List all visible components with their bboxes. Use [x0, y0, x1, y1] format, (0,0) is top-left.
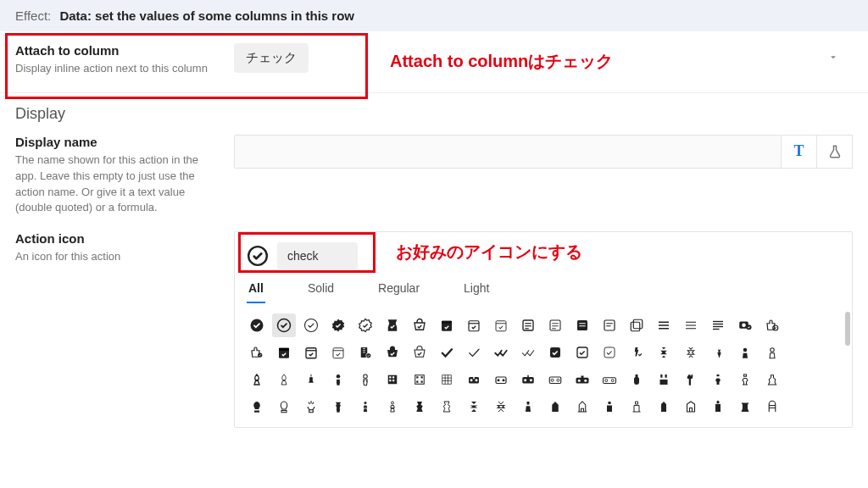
- icon-option[interactable]: [625, 313, 648, 337]
- icon-option[interactable]: [570, 368, 594, 391]
- icon-option[interactable]: [543, 313, 567, 337]
- icon-option[interactable]: [381, 341, 404, 364]
- tab-light[interactable]: Light: [462, 278, 491, 303]
- icon-option[interactable]: [435, 368, 459, 391]
- icon-option[interactable]: [516, 313, 540, 337]
- icon-option[interactable]: [733, 395, 757, 419]
- icon-option[interactable]: [353, 395, 377, 419]
- icon-option[interactable]: [408, 313, 431, 337]
- icon-option[interactable]: [760, 368, 784, 391]
- icon-grid-scrollbar[interactable]: [845, 312, 850, 346]
- icon-search-input[interactable]: [277, 242, 358, 269]
- icon-option[interactable]: [543, 368, 567, 391]
- icon-option[interactable]: [408, 341, 431, 364]
- icon-option[interactable]: [462, 341, 486, 364]
- icon-option[interactable]: [245, 395, 269, 419]
- svg-rect-66: [442, 375, 452, 385]
- icon-option[interactable]: [435, 313, 459, 337]
- icon-option[interactable]: [706, 313, 730, 337]
- svg-point-84: [557, 379, 559, 381]
- icon-option[interactable]: [245, 341, 269, 364]
- icon-option[interactable]: [353, 313, 377, 337]
- icon-option[interactable]: [408, 395, 431, 419]
- action-icon-label-col: Action icon An icon for this action: [15, 231, 219, 265]
- icon-option[interactable]: [326, 368, 350, 391]
- icon-option[interactable]: [570, 395, 594, 419]
- icon-option[interactable]: [245, 368, 269, 391]
- icon-option[interactable]: [679, 313, 703, 337]
- svg-rect-64: [416, 381, 418, 383]
- icon-option[interactable]: [381, 395, 404, 419]
- icon-option[interactable]: [299, 395, 323, 419]
- icon-option[interactable]: [516, 368, 540, 391]
- icon-option[interactable]: [598, 313, 621, 337]
- icon-option[interactable]: [652, 368, 676, 391]
- icon-option[interactable]: [489, 313, 513, 337]
- icon-option[interactable]: [652, 341, 676, 364]
- icon-option[interactable]: [489, 368, 513, 391]
- icon-option[interactable]: [543, 395, 567, 419]
- icon-option[interactable]: [679, 341, 703, 364]
- icon-option[interactable]: [625, 368, 648, 391]
- tab-all[interactable]: All: [247, 278, 265, 303]
- icon-option[interactable]: [381, 313, 404, 337]
- icon-option[interactable]: [462, 313, 486, 337]
- icon-option[interactable]: [760, 313, 784, 337]
- icon-option[interactable]: [598, 395, 621, 419]
- formula-mode-button[interactable]: [817, 135, 853, 169]
- svg-rect-42: [279, 348, 289, 351]
- icon-option[interactable]: [516, 395, 540, 419]
- icon-option[interactable]: [679, 368, 703, 391]
- icon-option[interactable]: [353, 368, 377, 391]
- icon-option-selected[interactable]: [272, 313, 296, 337]
- icon-option[interactable]: [679, 395, 703, 419]
- icon-option[interactable]: [272, 368, 296, 391]
- icon-option[interactable]: [353, 341, 377, 364]
- icon-option[interactable]: [272, 341, 296, 364]
- icon-option[interactable]: [760, 341, 784, 364]
- tab-solid[interactable]: Solid: [306, 278, 336, 303]
- flask-icon: [827, 144, 843, 159]
- icon-option[interactable]: [625, 395, 648, 419]
- svg-rect-25: [633, 319, 643, 329]
- icon-option[interactable]: [652, 313, 676, 337]
- icon-option[interactable]: [326, 395, 350, 419]
- tab-regular[interactable]: Regular: [376, 278, 421, 303]
- icon-option[interactable]: [652, 395, 676, 419]
- attach-dropdown[interactable]: チェック: [234, 43, 853, 73]
- icon-option[interactable]: [570, 341, 594, 364]
- icon-option[interactable]: [625, 341, 648, 364]
- icon-option[interactable]: [760, 395, 784, 419]
- icon-option[interactable]: [543, 341, 567, 364]
- icon-option[interactable]: [516, 341, 540, 364]
- icon-option[interactable]: [381, 368, 404, 391]
- icon-option[interactable]: [272, 395, 296, 419]
- icon-option[interactable]: [489, 395, 513, 419]
- text-mode-button[interactable]: T: [782, 135, 817, 169]
- icon-option[interactable]: [326, 313, 350, 337]
- icon-option[interactable]: [733, 368, 757, 391]
- icon-option[interactable]: [598, 341, 621, 364]
- icon-option[interactable]: [435, 341, 459, 364]
- icon-grid: [235, 308, 852, 427]
- icon-option[interactable]: [598, 368, 621, 391]
- icon-option[interactable]: [733, 313, 757, 337]
- icon-option[interactable]: [706, 368, 730, 391]
- icon-option[interactable]: [733, 341, 757, 364]
- icon-option[interactable]: [462, 368, 486, 391]
- icon-option[interactable]: [245, 313, 269, 337]
- icon-option[interactable]: [462, 395, 486, 419]
- svg-point-86: [578, 380, 581, 382]
- icon-option[interactable]: [706, 395, 730, 419]
- icon-option[interactable]: [706, 341, 730, 364]
- icon-option[interactable]: [435, 395, 459, 419]
- icon-option[interactable]: [299, 341, 323, 364]
- icon-option[interactable]: [408, 368, 431, 391]
- icon-option[interactable]: [326, 341, 350, 364]
- icon-option[interactable]: [299, 313, 323, 337]
- display-name-input[interactable]: [234, 135, 782, 169]
- icon-option[interactable]: [299, 368, 323, 391]
- icon-option[interactable]: [570, 313, 594, 337]
- icon-option[interactable]: [489, 341, 513, 364]
- svg-rect-81: [527, 375, 529, 378]
